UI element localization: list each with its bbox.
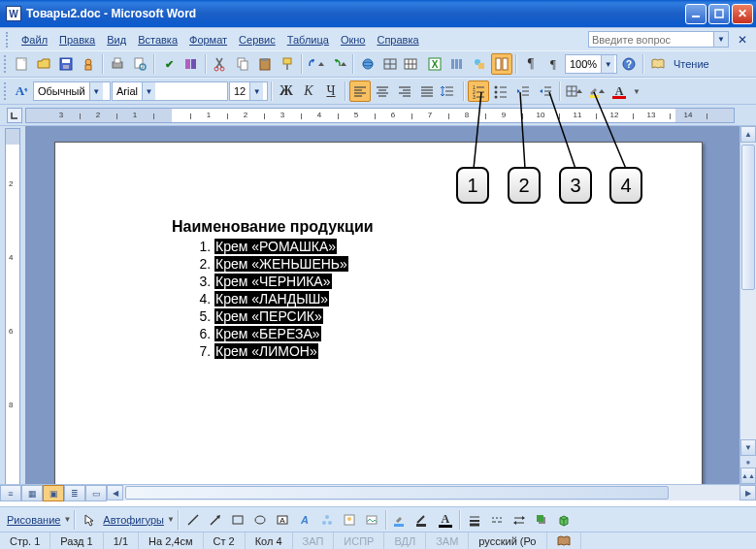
align-right-button[interactable] <box>394 81 415 102</box>
menu-view[interactable]: Вид <box>101 32 132 48</box>
italic-button[interactable]: К <box>298 81 319 102</box>
close-button[interactable]: ✕ <box>732 4 753 24</box>
tab-stop-selector[interactable] <box>7 108 22 123</box>
scroll-up-button[interactable]: ▲ <box>740 126 756 143</box>
font-color-button-2[interactable]: A <box>435 509 456 531</box>
tables-borders-button[interactable] <box>379 53 401 75</box>
list-item[interactable]: Крем «ЛИМОН» <box>214 342 374 360</box>
fill-color-button[interactable] <box>390 509 411 531</box>
open-button[interactable] <box>33 53 54 75</box>
status-book-icon[interactable] <box>547 533 581 549</box>
menu-table[interactable]: Таблица <box>281 32 335 48</box>
drawing-menu[interactable]: Рисование <box>5 514 62 526</box>
picture-button[interactable] <box>361 509 382 531</box>
status-lang[interactable]: русский (Ро <box>469 533 546 549</box>
maximize-button[interactable] <box>708 4 730 24</box>
line-style-button[interactable] <box>464 509 485 531</box>
arrow-style-button[interactable] <box>509 509 530 531</box>
copy-button[interactable] <box>232 53 253 75</box>
print-button[interactable] <box>107 53 128 75</box>
scroll-right-button[interactable]: ▶ <box>740 485 756 501</box>
help-question-input[interactable] <box>588 31 714 48</box>
insert-table-button[interactable] <box>402 53 423 75</box>
numbered-list-button[interactable]: 123 <box>468 81 489 102</box>
autoshapes-menu[interactable]: Автофигуры <box>101 514 166 526</box>
list-item[interactable]: Крем «ЖЕНЬШЕНЬ» <box>214 255 374 273</box>
styles-pane-button[interactable]: A⁴ <box>11 81 32 102</box>
status-trk[interactable]: ИСПР <box>334 533 384 549</box>
highlight-button[interactable] <box>586 81 608 102</box>
menu-file[interactable]: Файл <box>16 32 53 48</box>
drawing-button[interactable] <box>469 53 490 75</box>
vertical-scrollbar[interactable]: ▲ ▼ ● ▲▲ ▼▼ <box>740 126 756 501</box>
3d-button[interactable] <box>553 509 575 531</box>
menu-help[interactable]: Справка <box>371 32 424 48</box>
excel-button[interactable]: X <box>424 53 445 75</box>
redo-button[interactable] <box>328 53 349 75</box>
bold-button[interactable]: Ж <box>276 81 297 102</box>
line-spacing-button[interactable] <box>439 81 460 102</box>
align-center-button[interactable] <box>372 81 393 102</box>
print-layout-view-button[interactable]: ▣ <box>43 485 64 501</box>
status-ovr[interactable]: ЗАМ <box>426 533 469 549</box>
format-painter-button[interactable] <box>277 53 298 75</box>
spellcheck-button[interactable]: ✔ <box>158 53 180 75</box>
underline-button[interactable]: Ч <box>320 81 342 102</box>
menu-edit[interactable]: Правка <box>53 32 101 48</box>
undo-button[interactable] <box>306 53 327 75</box>
font-color-dropdown[interactable]: ▼ <box>631 81 642 102</box>
reading-view-button[interactable]: ▭ <box>85 485 107 501</box>
dash-style-button[interactable] <box>486 509 508 531</box>
oval-button[interactable] <box>249 509 271 531</box>
horizontal-ruler[interactable]: 3211234567891011121314 ⬆ <box>25 108 735 123</box>
print-preview-button[interactable] <box>129 53 150 75</box>
prev-page-button[interactable]: ▲▲ <box>740 468 756 484</box>
increase-indent-button[interactable] <box>535 81 556 102</box>
outline-view-button[interactable]: ≣ <box>64 485 85 501</box>
rectangle-button[interactable] <box>227 509 248 531</box>
show-all-button[interactable]: ¶ <box>542 53 564 75</box>
web-view-button[interactable]: ▦ <box>21 485 43 501</box>
status-rec[interactable]: ЗАП <box>293 533 335 549</box>
textbox-button[interactable]: A <box>272 509 293 531</box>
vertical-ruler[interactable]: 2468 <box>5 128 20 501</box>
read-mode-label[interactable]: Чтение <box>670 58 713 70</box>
list-item[interactable]: Крем «ЧЕРНИКА» <box>214 273 374 290</box>
menu-insert[interactable]: Вставка <box>132 32 183 48</box>
new-document-button[interactable] <box>11 53 32 75</box>
style-combo[interactable]: Обычный ▼ <box>33 81 111 101</box>
status-ext[interactable]: ВДЛ <box>384 533 426 549</box>
list-item[interactable]: Крем «РОМАШКА» <box>214 238 374 255</box>
hyperlink-button[interactable] <box>357 53 378 75</box>
horizontal-scrollbar[interactable]: ◀ ▶ <box>107 485 756 501</box>
diagram-button[interactable] <box>316 509 338 531</box>
list-item[interactable]: Крем «ПЕРСИК» <box>214 307 374 325</box>
minimize-button[interactable] <box>685 4 707 24</box>
research-button[interactable] <box>181 53 202 75</box>
fontsize-combo[interactable]: 12 ▼ <box>229 81 268 101</box>
help-question-dropdown[interactable]: ▼ <box>714 31 729 48</box>
save-button[interactable] <box>55 53 77 75</box>
arrow-button[interactable] <box>205 509 226 531</box>
list-item[interactable]: Крем «ЛАНДЫШ» <box>214 290 374 307</box>
menu-format[interactable]: Формат <box>183 32 233 48</box>
cut-button[interactable] <box>210 53 231 75</box>
decrease-indent-button[interactable] <box>512 81 534 102</box>
read-mode-button[interactable] <box>647 53 669 75</box>
help-button[interactable]: ? <box>618 53 640 75</box>
document-page[interactable]: Наименование продукции Крем «РОМАШКА»Кре… <box>54 142 703 491</box>
align-justify-button[interactable] <box>416 81 438 102</box>
wordart-button[interactable]: A <box>294 509 315 531</box>
borders-button[interactable] <box>564 81 585 102</box>
normal-view-button[interactable]: ≡ <box>0 485 21 501</box>
columns-button[interactable] <box>446 53 468 75</box>
list-item[interactable]: Крем «БЕРЕЗА» <box>214 325 374 342</box>
font-combo[interactable]: Arial ▼ <box>112 81 228 101</box>
select-objects-button[interactable] <box>79 509 100 531</box>
document-close-button[interactable]: ✕ <box>735 32 750 48</box>
document-map-button[interactable] <box>491 53 512 75</box>
paste-button[interactable] <box>254 53 276 75</box>
line-button[interactable] <box>182 509 204 531</box>
bulleted-list-button[interactable] <box>490 81 511 102</box>
font-color-button[interactable]: A <box>608 81 630 102</box>
